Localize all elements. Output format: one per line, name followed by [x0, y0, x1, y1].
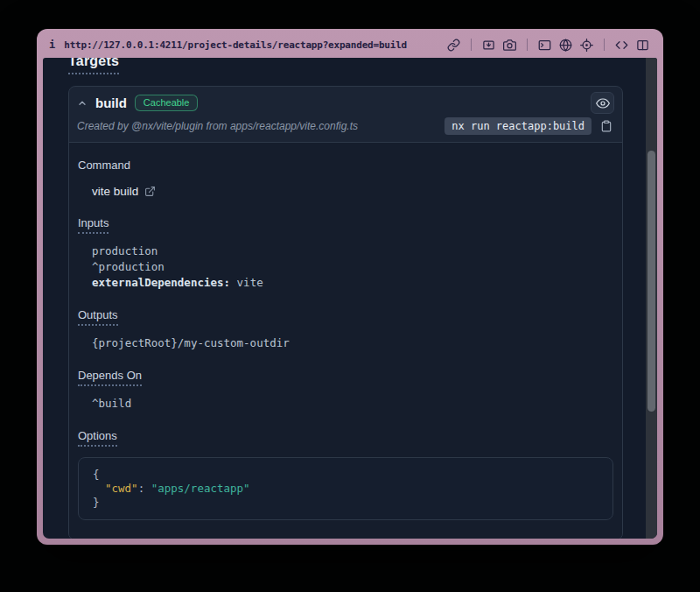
build-target-card: build Cacheable Created by @nx/vite/plug…	[68, 86, 623, 539]
command-label: Command	[78, 159, 130, 172]
cacheable-badge: Cacheable	[135, 95, 199, 111]
terminal-icon[interactable]	[538, 39, 551, 52]
run-command-chip: nx run reactapp:build	[444, 117, 592, 135]
input-item: externalDependencies: vite	[92, 275, 613, 291]
camera-icon[interactable]	[503, 39, 516, 52]
build-card-header-toggle[interactable]: build Cacheable	[77, 92, 614, 114]
outputs-section: Outputs {projectRoot}/my-custom-outdir	[78, 307, 613, 351]
command-value: vite build	[92, 185, 138, 198]
url-bar[interactable]: http://127.0.0.1:4211/project-details/re…	[64, 39, 407, 51]
toolbar-divider	[604, 39, 605, 51]
options-json-box: { "cwd": "apps/reactapp" }	[78, 457, 613, 520]
external-link-icon[interactable]	[144, 186, 156, 197]
browser-toolbar: i http://127.0.0.1:4211/project-details/…	[37, 29, 663, 58]
code-icon[interactable]	[615, 39, 628, 52]
target-name: build	[95, 95, 127, 110]
info-icon: i	[49, 39, 55, 51]
view-target-graph-button[interactable]	[591, 92, 614, 114]
command-section: Command vite build	[78, 157, 613, 198]
outputs-label: Outputs	[78, 308, 118, 326]
build-card-subheader: Created by @nx/vite/plugin from apps/rea…	[77, 117, 614, 135]
options-section: Options { "cwd": "apps/reactapp" }	[78, 427, 613, 520]
json-brace-close: }	[93, 496, 598, 510]
browser-window: i http://127.0.0.1:4211/project-details/…	[37, 29, 663, 545]
input-item: production	[92, 243, 613, 259]
inputs-label: Inputs	[78, 216, 108, 234]
scrollbar-thumb[interactable]	[648, 151, 655, 412]
json-brace-open: {	[93, 468, 598, 482]
inputs-section: Inputs production ^production externalDe…	[78, 215, 613, 291]
build-card-body: Command vite build Inputs production	[69, 142, 622, 539]
eye-icon	[596, 96, 610, 110]
split-view-icon[interactable]	[636, 39, 649, 52]
options-label: Options	[78, 429, 117, 447]
output-item: {projectRoot}/my-custom-outdir	[92, 335, 613, 351]
link-icon[interactable]	[447, 39, 460, 52]
toolbar-divider	[527, 39, 528, 51]
page-title: Targets	[68, 58, 623, 74]
copy-command-button[interactable]	[598, 120, 614, 132]
target-icon[interactable]	[580, 39, 593, 52]
page-content: Targets build Cacheable	[43, 58, 657, 539]
depends-on-label: Depends On	[78, 369, 142, 386]
toolbar-icon-group	[447, 39, 649, 52]
globe-icon[interactable]	[559, 39, 572, 52]
toolbar-divider	[471, 39, 472, 51]
capture-icon[interactable]	[482, 39, 495, 52]
chevron-up-icon[interactable]	[77, 98, 88, 109]
json-cwd-line: "cwd": "apps/reactapp"	[93, 482, 598, 496]
depends-on-section: Depends On ^build	[78, 367, 613, 412]
depends-on-item: ^build	[92, 396, 613, 412]
input-item: ^production	[92, 259, 613, 275]
created-by-text: Created by @nx/vite/plugin from apps/rea…	[77, 120, 438, 132]
clipboard-icon	[600, 120, 612, 132]
build-card-header: build Cacheable Created by @nx/vite/plug…	[69, 87, 622, 142]
